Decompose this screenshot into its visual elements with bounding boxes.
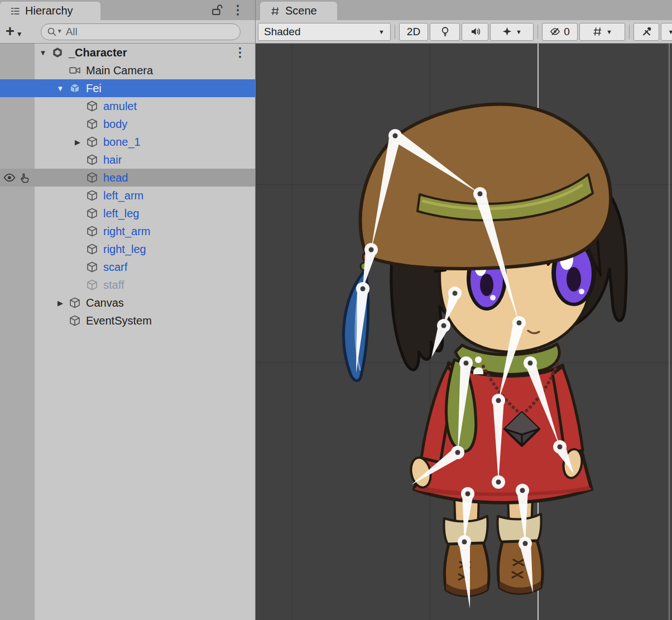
2d-toggle-button[interactable]: 2D bbox=[399, 23, 428, 41]
tab-hierarchy-label: Hierarchy bbox=[25, 4, 73, 17]
chevron-down-icon: ▼ bbox=[16, 30, 23, 38]
grid-snap-icon bbox=[592, 26, 603, 37]
hierarchy-item-fei[interactable]: ▼Fei bbox=[0, 79, 255, 97]
audio-icon bbox=[470, 26, 481, 37]
search-icon bbox=[47, 27, 57, 37]
cube-icon bbox=[86, 225, 98, 237]
hierarchy-item-hair[interactable]: hair bbox=[0, 151, 255, 169]
right-boot bbox=[497, 514, 543, 594]
eye-icon[interactable] bbox=[3, 171, 16, 184]
search-filter-caret-icon[interactable]: ▼ bbox=[57, 28, 63, 34]
hierarchy-panel: Hierarchy ⋮ + ▼ ▼ ▼_Character⋮Main Camer… bbox=[0, 0, 256, 620]
prefab-cube-icon bbox=[69, 82, 81, 94]
foldout-right-icon[interactable]: ▶ bbox=[69, 138, 86, 146]
hierarchy-search-input[interactable] bbox=[41, 23, 241, 40]
item-label: head bbox=[103, 171, 128, 184]
item-label: scarf bbox=[103, 261, 127, 274]
item-label: hair bbox=[103, 154, 122, 166]
overflow-dropdown[interactable]: ▼ bbox=[661, 23, 672, 41]
scene-grid-dropdown[interactable]: ▼ bbox=[579, 23, 625, 41]
unity-logo-icon bbox=[51, 46, 64, 59]
item-label: EventSystem bbox=[86, 314, 152, 327]
scene-audio-toggle[interactable] bbox=[462, 23, 488, 41]
shading-mode-label: Shaded bbox=[264, 26, 301, 38]
item-options-icon[interactable]: ⋮ bbox=[234, 45, 246, 60]
hierarchy-item-scarf[interactable]: scarf bbox=[0, 258, 255, 276]
tab-scene[interactable]: Scene bbox=[260, 2, 337, 20]
scene-lighting-toggle[interactable] bbox=[430, 23, 460, 41]
cube-icon bbox=[86, 154, 98, 166]
hierarchy-search: ▼ bbox=[41, 23, 241, 40]
cube-icon bbox=[86, 207, 98, 220]
cube-icon bbox=[69, 297, 81, 309]
tab-scene-label: Scene bbox=[285, 4, 317, 17]
chevron-down-icon: ▼ bbox=[606, 28, 612, 35]
visibility-off-icon bbox=[550, 26, 560, 37]
toolbar-separator bbox=[395, 25, 395, 39]
hierarchy-item-canvas[interactable]: ▶Canvas bbox=[0, 294, 255, 312]
hierarchy-item-bone_1[interactable]: ▶bone_1 bbox=[0, 133, 255, 151]
foldout-down-icon[interactable]: ▼ bbox=[52, 84, 69, 93]
component-tools-button[interactable] bbox=[633, 23, 659, 41]
grid-icon bbox=[270, 6, 280, 16]
hierarchy-item-head[interactable]: head bbox=[0, 169, 255, 187]
foldout-right-icon[interactable]: ▶ bbox=[52, 299, 69, 307]
item-label: right_leg bbox=[103, 243, 146, 256]
foldout-down-icon[interactable]: ▼ bbox=[35, 49, 51, 57]
item-label: amulet bbox=[103, 100, 137, 113]
scene-toolbar: Shaded ▼ 2D ▼ bbox=[256, 20, 672, 44]
item-label: _Character bbox=[69, 46, 127, 59]
cube-icon bbox=[69, 314, 81, 327]
item-label: Fei bbox=[86, 82, 102, 95]
toolbar-separator bbox=[537, 25, 538, 39]
shading-mode-dropdown[interactable]: Shaded ▼ bbox=[258, 23, 391, 41]
chevron-down-icon: ▼ bbox=[378, 28, 385, 35]
cube-icon bbox=[86, 118, 98, 130]
scene-panel: Scene Shaded ▼ 2D bbox=[256, 0, 672, 620]
scene-canvas bbox=[256, 44, 672, 620]
item-label: right_arm bbox=[103, 225, 150, 238]
scene-visibility-toggle[interactable]: 0 bbox=[542, 23, 578, 41]
panel-menu-icon[interactable]: ⋮ bbox=[232, 4, 244, 16]
item-label: staff bbox=[103, 279, 124, 292]
hierarchy-tabstrip: Hierarchy ⋮ bbox=[0, 0, 255, 20]
hierarchy-item-_character[interactable]: ▼_Character⋮ bbox=[0, 44, 255, 61]
item-label: bone_1 bbox=[103, 136, 141, 149]
item-label: Canvas bbox=[86, 297, 124, 309]
item-label: Main Camera bbox=[86, 64, 153, 77]
camera-icon bbox=[69, 64, 81, 77]
chevron-down-icon: ▼ bbox=[516, 28, 522, 35]
cube-icon bbox=[86, 171, 98, 184]
lock-icon[interactable] bbox=[210, 4, 223, 16]
plus-icon: + bbox=[6, 24, 15, 39]
cube-icon bbox=[86, 279, 98, 291]
cube-icon bbox=[86, 136, 98, 148]
hidden-count-label: 0 bbox=[564, 26, 570, 38]
scene-tabstrip: Scene bbox=[256, 0, 672, 20]
hierarchy-item-right_leg[interactable]: right_leg bbox=[0, 240, 255, 258]
hierarchy-item-right_arm[interactable]: right_arm bbox=[0, 222, 255, 240]
item-label: body bbox=[103, 118, 127, 131]
pick-icon[interactable] bbox=[19, 171, 31, 184]
hierarchy-item-eventsystem[interactable]: EventSystem bbox=[0, 312, 255, 330]
tools-icon bbox=[641, 26, 652, 37]
item-label: left_arm bbox=[103, 189, 143, 202]
hierarchy-tree[interactable]: ▼_Character⋮Main Camera▼Feiamuletbody▶bo… bbox=[0, 44, 255, 330]
hierarchy-item-main-camera[interactable]: Main Camera bbox=[0, 61, 255, 79]
tab-hierarchy[interactable]: Hierarchy bbox=[0, 2, 100, 20]
scene-viewport[interactable] bbox=[256, 44, 672, 620]
hierarchy-item-left_arm[interactable]: left_arm bbox=[0, 187, 255, 204]
hierarchy-item-staff[interactable]: staff bbox=[0, 276, 255, 294]
hierarchy-item-left_leg[interactable]: left_leg bbox=[0, 204, 255, 222]
add-object-button[interactable]: + ▼ bbox=[6, 24, 23, 39]
cube-icon bbox=[86, 261, 98, 273]
hierarchy-item-body[interactable]: body bbox=[0, 115, 255, 133]
chevron-down-icon: ▼ bbox=[668, 28, 672, 35]
cube-icon bbox=[86, 243, 98, 255]
scene-effects-dropdown[interactable]: ▼ bbox=[490, 23, 534, 41]
item-label: left_leg bbox=[103, 207, 140, 220]
cube-icon bbox=[86, 100, 98, 112]
2d-label: 2D bbox=[407, 26, 420, 38]
cube-icon bbox=[86, 189, 98, 202]
hierarchy-item-amulet[interactable]: amulet bbox=[0, 97, 255, 115]
